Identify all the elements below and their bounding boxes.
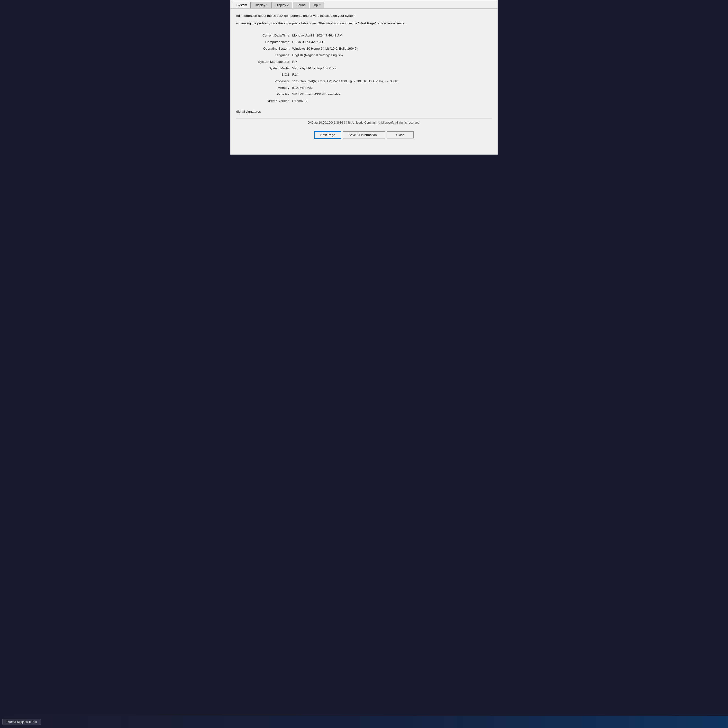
- table-row: System Manufacturer:HP: [236, 59, 492, 65]
- row-value: Victus by HP Laptop 16-d0xxx: [292, 66, 492, 71]
- system-info-table: Current Date/Time:Monday, April 8, 2024,…: [236, 33, 492, 104]
- footer-copyright: DxDiag 10.00.19041.3636 64-bit Unicode C…: [236, 121, 492, 124]
- close-button[interactable]: Close: [387, 132, 414, 138]
- instruction-text: is causing the problem, click the approp…: [236, 21, 492, 26]
- table-row: BIOS:F.14: [236, 72, 492, 78]
- row-value: 8192MB RAM: [292, 85, 492, 91]
- taskbar-directx-item[interactable]: DirectX Diagnostic Tool: [2, 719, 41, 725]
- row-value: DirectX 12: [292, 98, 492, 104]
- table-row: Memory:8192MB RAM: [236, 85, 492, 91]
- row-label: DirectX Version:: [236, 98, 292, 104]
- table-row: Language:English (Regional Setting: Engl…: [236, 52, 492, 58]
- table-row: System Model:Victus by HP Laptop 16-d0xx…: [236, 66, 492, 71]
- row-value: DESKTOP-D4ARKED: [292, 40, 492, 45]
- taskbar-area: DirectX Diagnostic Tool: [0, 716, 728, 728]
- table-row: Page file:5418MB used, 4331MB available: [236, 92, 492, 97]
- row-value: English (Regional Setting: English): [292, 52, 492, 58]
- row-value: HP: [292, 59, 492, 65]
- row-label: Language:: [236, 52, 292, 58]
- row-value: F.14: [292, 72, 492, 78]
- table-row: Computer Name:DESKTOP-D4ARKED: [236, 40, 492, 45]
- table-row: DirectX Version:DirectX 12: [236, 98, 492, 104]
- row-label: Processor:: [236, 79, 292, 84]
- intro-line1: ed information about the DirectX compone…: [236, 14, 492, 18]
- row-value: 11th Gen Intel(R) Core(TM) i5-11400H @ 2…: [292, 79, 492, 84]
- tab-display2[interactable]: Display 2: [272, 2, 292, 8]
- content-area: ed information about the DirectX compone…: [230, 9, 498, 154]
- tab-display1[interactable]: Display 1: [251, 2, 271, 8]
- row-label: System Model:: [236, 66, 292, 71]
- next-page-button[interactable]: Next Page: [314, 131, 341, 139]
- tab-bar: System Display 1 Display 2 Sound Input: [230, 0, 498, 9]
- row-label: Memory:: [236, 85, 292, 91]
- tab-sound[interactable]: Sound: [293, 2, 309, 8]
- row-value: Windows 10 Home 64-bit (10.0, Build 1904…: [292, 46, 492, 52]
- directx-diag-window: System Display 1 Display 2 Sound Input e…: [230, 0, 498, 155]
- taskbar: DirectX Diagnostic Tool: [0, 716, 728, 728]
- table-row: Operating System:Windows 10 Home 64-bit …: [236, 46, 492, 52]
- tab-input[interactable]: Input: [310, 2, 324, 8]
- row-value: 5418MB used, 4331MB available: [292, 92, 492, 97]
- table-row: Current Date/Time:Monday, April 8, 2024,…: [236, 33, 492, 38]
- row-label: Operating System:: [236, 46, 292, 52]
- tab-system[interactable]: System: [233, 2, 251, 8]
- row-value: Monday, April 8, 2024, 7:46:48 AM: [292, 33, 492, 38]
- button-bar: Next Page Save All Information... Close: [236, 129, 492, 142]
- row-label: Current Date/Time:: [236, 33, 292, 38]
- row-label: BIOS:: [236, 72, 292, 78]
- row-label: System Manufacturer:: [236, 59, 292, 65]
- row-label: Computer Name:: [236, 40, 292, 45]
- save-all-button[interactable]: Save All Information...: [343, 132, 385, 138]
- signatures-text: digital signatures: [236, 110, 492, 113]
- table-row: Processor:11th Gen Intel(R) Core(TM) i5-…: [236, 79, 492, 84]
- row-label: Page file:: [236, 92, 292, 97]
